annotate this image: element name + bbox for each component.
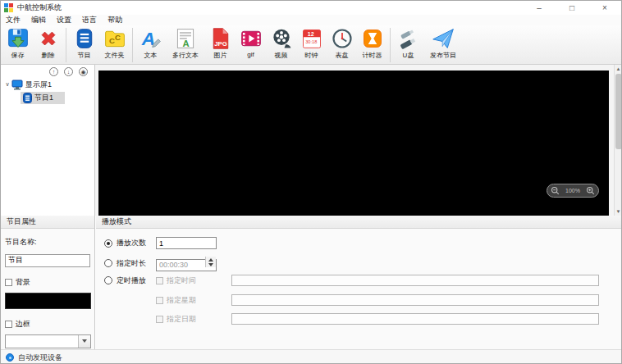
menu-file[interactable]: 文件	[6, 15, 21, 25]
scheduled-time-label: 指定时间	[167, 275, 196, 286]
toolbar-separator	[390, 28, 391, 62]
zoom-in-icon[interactable]	[586, 186, 595, 195]
svg-text:A: A	[183, 39, 190, 48]
publish-program-button[interactable]: 发布节目	[423, 27, 463, 60]
image-button[interactable]: JPG 图片	[205, 27, 236, 60]
spin-up-icon[interactable]	[208, 258, 213, 262]
scheduled-week-checkbox[interactable]	[156, 297, 163, 304]
scheduled-radio[interactable]	[104, 276, 112, 284]
zoom-level-label: 100%	[565, 188, 580, 193]
scheduled-option[interactable]: 定时播放 指定时间	[104, 275, 599, 286]
background-color-swatch[interactable]	[5, 293, 91, 309]
scroll-down-icon[interactable]: ▼	[615, 207, 622, 216]
calendar-clock-icon: 12 30:18	[300, 27, 323, 50]
scroll-up-icon[interactable]: ▲	[615, 65, 622, 73]
duration-radio[interactable]	[104, 259, 112, 267]
program-tree-panel: ↑ ↓ ◉ ∨ 显示屏1 节目1	[1, 65, 95, 216]
menu-settings[interactable]: 设置	[57, 15, 71, 25]
scheduled-time-checkbox[interactable]	[156, 277, 163, 284]
svg-text:12: 12	[307, 31, 313, 37]
chevron-down-icon[interactable]: ∨	[3, 81, 11, 88]
program-button[interactable]: 节目	[69, 27, 99, 60]
play-count-option[interactable]: 播放次数	[104, 237, 217, 249]
spin-down-icon[interactable]	[208, 263, 213, 266]
program-name-input[interactable]	[5, 254, 90, 267]
usb-button[interactable]: U盘	[393, 27, 423, 60]
program-name-label: 节目名称:	[5, 237, 90, 248]
video-button[interactable]: 视频	[266, 27, 296, 60]
tree-item-label: 节目1	[34, 93, 53, 103]
duration-option[interactable]: 指定时长	[104, 256, 217, 271]
border-option[interactable]: 边框	[5, 319, 90, 330]
program-icon	[73, 27, 96, 50]
tree-item-display[interactable]: ∨ 显示屏1	[1, 78, 94, 91]
tree-item-program[interactable]: 节目1	[1, 91, 94, 104]
publish-plane-icon	[432, 27, 455, 50]
video-reel-icon	[270, 27, 293, 50]
scheduled-week-option[interactable]: 指定星期	[156, 295, 231, 306]
toolbar-label: gif	[247, 51, 254, 58]
menu-language[interactable]: 语言	[82, 15, 97, 25]
scheduled-date-input[interactable]	[231, 313, 599, 325]
border-label: 边框	[16, 319, 30, 330]
duration-spinner[interactable]	[205, 257, 216, 267]
background-option[interactable]: 背景	[5, 277, 90, 288]
save-button[interactable]: 保存	[2, 27, 33, 60]
toolbar-label: 节目	[78, 51, 91, 60]
dial-clock-icon	[331, 27, 354, 50]
scheduled-week-input[interactable]	[231, 294, 599, 306]
text-button[interactable]: A 文本	[135, 27, 166, 60]
menu-edit[interactable]: 编辑	[31, 15, 46, 25]
play-count-input[interactable]	[156, 237, 217, 249]
border-checkbox[interactable]	[5, 321, 12, 328]
zoom-out-icon[interactable]	[551, 186, 560, 195]
toolbar-label: 视频	[275, 51, 288, 60]
timer-button[interactable]: 计时器	[357, 27, 387, 60]
delete-button[interactable]: 删除	[33, 27, 63, 60]
window-title: 中航控制系统	[17, 2, 62, 13]
dropdown-arrow-icon[interactable]	[78, 335, 90, 348]
vertical-scrollbar[interactable]: ▲ ▼	[614, 65, 622, 216]
scheduled-date-label: 指定日期	[167, 314, 196, 325]
maximize-button[interactable]: □	[556, 1, 588, 15]
menu-bar: 文件 编辑 设置 语言 帮助	[1, 15, 621, 25]
play-count-radio[interactable]	[104, 239, 112, 248]
app-window: 中航控制系统 – □ × 文件 编辑 设置 语言 帮助 保存	[0, 0, 622, 364]
toolbar-label: 删除	[42, 51, 55, 60]
scheduled-time-option[interactable]: 指定时间	[156, 275, 231, 286]
toolbar-label: 发布节目	[430, 51, 456, 60]
save-icon	[7, 27, 30, 50]
play-mode-panel: 播放模式 播放次数 指定时长 定时播放 指定时间	[96, 216, 622, 349]
scheduled-label: 定时播放	[117, 275, 156, 286]
scrollbar-thumb[interactable]	[615, 74, 622, 149]
svg-text:C: C	[109, 36, 115, 45]
scheduled-date-option[interactable]: 指定日期	[156, 314, 231, 325]
dial-button[interactable]: 表盘	[327, 27, 357, 60]
tree-item-label: 显示屏1	[25, 80, 52, 90]
multiline-text-icon: A	[174, 27, 197, 50]
folder-icon: C C	[103, 27, 126, 50]
toolbar-label: 表盘	[336, 51, 349, 60]
toolbar-separator	[66, 28, 66, 62]
device-status-icon	[6, 353, 14, 362]
program-properties-header: 节目属性	[1, 216, 94, 229]
scheduled-date-checkbox[interactable]	[156, 316, 163, 323]
scheduled-time-input[interactable]	[231, 275, 599, 286]
preview-canvas[interactable]: 100%	[98, 71, 609, 216]
gif-button[interactable]: gif	[236, 27, 266, 58]
locate-button[interactable]: ◉	[79, 67, 88, 76]
folder-button[interactable]: C C 文件夹	[99, 27, 130, 60]
menu-help[interactable]: 帮助	[107, 15, 122, 25]
toolbar-label: 文件夹	[105, 51, 125, 60]
play-mode-header: 播放模式	[96, 216, 622, 229]
clock-button[interactable]: 12 30:18 时钟	[296, 27, 327, 60]
close-button[interactable]: ×	[588, 1, 621, 15]
multiline-text-button[interactable]: A 多行文本	[166, 27, 205, 60]
border-style-dropdown[interactable]	[5, 334, 91, 348]
gif-icon	[240, 27, 263, 50]
zoom-control: 100%	[547, 184, 599, 198]
minimize-button[interactable]: –	[523, 1, 556, 15]
background-checkbox[interactable]	[5, 279, 12, 286]
move-down-button[interactable]: ↓	[64, 67, 73, 76]
move-up-button[interactable]: ↑	[49, 67, 58, 76]
